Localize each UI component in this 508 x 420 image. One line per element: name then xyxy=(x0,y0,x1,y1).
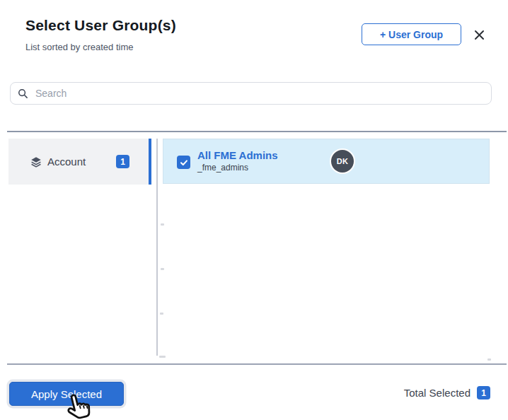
close-icon xyxy=(474,30,485,43)
add-user-group-button[interactable]: + User Group xyxy=(362,23,461,45)
sidebar-active-indicator xyxy=(149,139,151,185)
user-group-row[interactable]: All FME Admins _fme_admins DK xyxy=(163,139,490,184)
search-input[interactable] xyxy=(34,87,484,100)
search-icon xyxy=(18,88,28,99)
apply-selected-label: Apply Selected xyxy=(31,388,102,400)
list-placeholder-mark xyxy=(160,313,163,315)
sidebar-count-badge: 1 xyxy=(116,155,129,168)
list-placeholder-mark xyxy=(161,223,164,226)
list-placeholder-mark xyxy=(487,358,491,361)
list-placeholder-mark xyxy=(159,356,166,358)
add-user-group-label: + User Group xyxy=(380,29,443,40)
header-divider xyxy=(7,131,507,132)
footer-divider xyxy=(7,363,507,365)
sidebar-item-label: Account xyxy=(47,156,86,168)
total-selected-badge: 1 xyxy=(477,386,490,399)
layers-icon xyxy=(30,156,42,168)
group-id: _fme_admins xyxy=(197,163,248,173)
select-user-group-dialog: Select User Group(s) List sorted by crea… xyxy=(0,0,508,420)
apply-selected-button[interactable]: Apply Selected xyxy=(9,382,124,406)
sort-hint-text: List sorted by created time xyxy=(25,42,133,52)
total-selected: Total Selected 1 xyxy=(404,386,490,399)
sidebar-item-account[interactable]: Account 1 xyxy=(8,139,149,185)
checkmark-icon xyxy=(180,158,188,167)
list-placeholder-mark xyxy=(161,268,164,270)
search-box[interactable] xyxy=(10,82,492,105)
group-checkbox[interactable] xyxy=(177,156,190,169)
avatar: DK xyxy=(331,150,354,173)
close-button[interactable] xyxy=(471,28,487,44)
page-title: Select User Group(s) xyxy=(25,17,176,34)
total-selected-label: Total Selected xyxy=(404,387,471,399)
group-name: All FME Admins xyxy=(197,149,278,161)
panel-divider xyxy=(156,139,158,356)
